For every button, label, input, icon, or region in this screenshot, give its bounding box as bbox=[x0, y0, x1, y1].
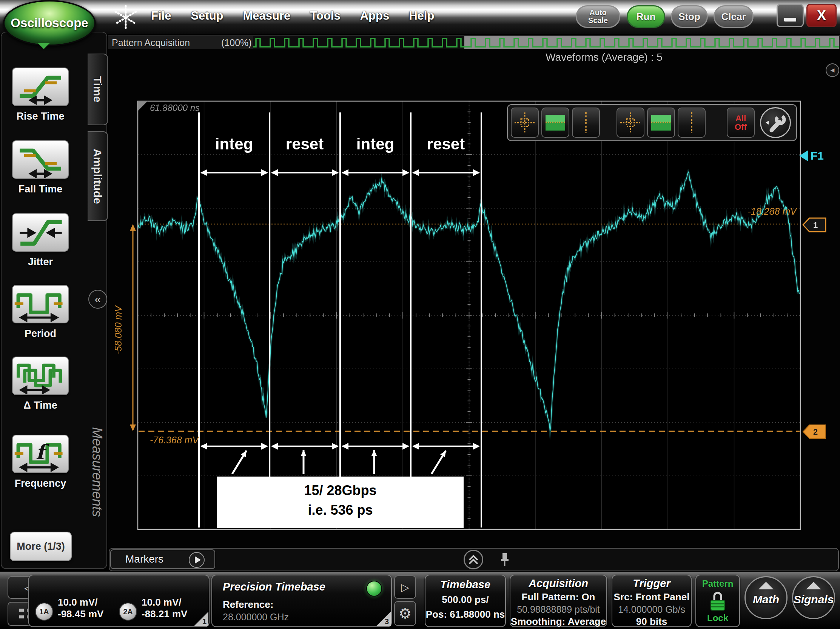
timebase-reference-readout: 61.88000 ns bbox=[150, 102, 200, 113]
logo-dropdown-caret-icon[interactable] bbox=[38, 43, 50, 49]
minimize-icon bbox=[784, 18, 796, 22]
status-led-icon bbox=[366, 581, 382, 597]
minimize-button[interactable] bbox=[777, 4, 804, 27]
auto-scale-button[interactable]: Auto Scale bbox=[576, 5, 620, 28]
callout-line-2: i.e. 536 ps bbox=[217, 502, 464, 518]
sidebar-item-fall-time[interactable]: Fall Time bbox=[11, 140, 69, 195]
vertical-line-icon bbox=[574, 110, 598, 135]
delta-time-icon bbox=[12, 356, 69, 395]
all-off-label-1: All bbox=[735, 114, 747, 123]
run-button[interactable]: Run bbox=[627, 5, 665, 28]
menu-bar: File Setup Measure Tools Apps Help bbox=[151, 9, 434, 23]
timebase-expand-button[interactable]: ▷ bbox=[394, 575, 416, 599]
pattern-lock-button[interactable]: Pattern Lock bbox=[695, 575, 740, 627]
channel-2a-scale: 10.0 mV/ bbox=[142, 597, 187, 608]
triangle-up-icon bbox=[758, 582, 774, 590]
segment-label-integ-2: integ bbox=[351, 135, 400, 153]
marker-band-button-2[interactable] bbox=[647, 107, 675, 138]
sidebar-item-period[interactable]: Period bbox=[11, 285, 69, 340]
lock-label: Lock bbox=[707, 613, 728, 623]
trigger-title: Trigger bbox=[613, 577, 691, 590]
crosshair-icon bbox=[619, 110, 642, 135]
marker-vline-button-1[interactable] bbox=[572, 107, 600, 138]
channels-panel-badge: 1 bbox=[202, 617, 207, 626]
more-label: More (1/3) bbox=[17, 541, 65, 552]
menu-tools[interactable]: Tools bbox=[310, 9, 340, 23]
marker-1-number: 1 bbox=[813, 220, 818, 230]
lock-icon bbox=[709, 591, 726, 612]
marker-vline-button-2[interactable] bbox=[678, 107, 706, 138]
clear-button[interactable]: Clear bbox=[714, 5, 753, 28]
run-label: Run bbox=[636, 11, 656, 23]
stop-button[interactable]: Stop bbox=[671, 5, 708, 28]
math-button[interactable]: Math bbox=[744, 576, 788, 619]
menu-measure[interactable]: Measure bbox=[243, 9, 291, 23]
marker-2-handle[interactable]: 2 bbox=[802, 423, 827, 440]
timebase-scale: 500.00 ps/ bbox=[425, 594, 505, 605]
measurements-section-label: Measurements bbox=[89, 427, 105, 555]
tab-time[interactable]: Time bbox=[88, 54, 108, 125]
oscilloscope-logo[interactable]: Oscilloscope bbox=[3, 0, 96, 46]
signals-button[interactable]: Signals bbox=[792, 576, 835, 619]
left-arrow-icon: ◄ bbox=[829, 66, 836, 74]
tab-time-label: Time bbox=[91, 76, 104, 102]
auto-scale-label-1: Auto bbox=[589, 9, 607, 17]
channels-panel[interactable]: 1A 10.0 mV/ -98.45 mV 2A 10.0 mV/ -88.21… bbox=[28, 575, 210, 627]
channel-1a-button[interactable]: 1A bbox=[35, 602, 53, 621]
f1-trace-handle[interactable]: F1 bbox=[799, 150, 824, 162]
precision-timebase-title: Precision Timebase bbox=[223, 581, 325, 593]
trigger-panel[interactable]: Trigger Src: Front Panel 14.000000 Gb/s … bbox=[612, 575, 692, 627]
menu-apps[interactable]: Apps bbox=[360, 9, 390, 23]
scroll-panel-button[interactable]: ◄ bbox=[826, 63, 839, 77]
trigger-bits: 90 bits bbox=[613, 616, 691, 627]
menu-file[interactable]: File bbox=[151, 9, 171, 23]
pattern-acquisition-label: Pattern Acquisition bbox=[112, 37, 190, 48]
pin-icon[interactable] bbox=[500, 552, 510, 568]
stop-label: Stop bbox=[679, 11, 700, 23]
rise-time-icon bbox=[12, 68, 69, 106]
marker-1-level-readout: -18.288 mV bbox=[715, 206, 797, 217]
all-off-button[interactable]: All Off bbox=[727, 107, 755, 138]
close-button[interactable]: X bbox=[807, 4, 837, 27]
sidebar-item-frequency[interactable]: f Frequency bbox=[11, 435, 69, 489]
markers-expand-button[interactable] bbox=[189, 552, 205, 568]
menu-help[interactable]: Help bbox=[409, 9, 434, 23]
logo-label: Oscilloscope bbox=[11, 16, 88, 30]
marker-crosshair-button-2[interactable] bbox=[616, 107, 644, 138]
segment-label-reset-1: reset bbox=[280, 135, 329, 153]
more-measurements-button[interactable]: More (1/3) bbox=[10, 532, 72, 561]
reference-value: 28.000000 GHz bbox=[223, 612, 289, 623]
marker-band-button-1[interactable] bbox=[542, 107, 569, 138]
channel-2a-button[interactable]: 2A bbox=[119, 602, 137, 621]
sidebar-item-delta-time[interactable]: Δ Time bbox=[11, 356, 69, 411]
acquisition-title: Acquisition bbox=[510, 577, 606, 590]
pattern-acquisition-percent: (100%) bbox=[221, 37, 252, 48]
tab-amplitude[interactable]: Amplitude bbox=[88, 131, 108, 221]
timebase-panel[interactable]: Timebase 500.00 ps/ Pos: 61.88000 ns bbox=[425, 575, 506, 627]
channel-1a-scale: 10.0 mV/ bbox=[58, 597, 103, 608]
gear-icon: ⚙ bbox=[399, 605, 412, 622]
markers-label: Markers bbox=[125, 553, 163, 565]
acquisition-panel[interactable]: Acquisition Full Pattern: On 50.98888889… bbox=[510, 575, 607, 627]
menu-setup[interactable]: Setup bbox=[191, 9, 223, 23]
marker-1-handle[interactable]: 1 bbox=[802, 217, 827, 233]
waveform-display-area: Waveforms (Average) : 5 61.88000 ns inte… bbox=[107, 49, 840, 548]
sidebar-item-rise-time[interactable]: Rise Time bbox=[11, 68, 69, 122]
jitter-icon bbox=[12, 213, 69, 252]
marker-settings-button[interactable] bbox=[760, 107, 791, 138]
trigger-rate: 14.000000 Gb/s bbox=[613, 604, 691, 615]
marker-crosshair-button-1[interactable] bbox=[511, 107, 539, 138]
precision-timebase-panel[interactable]: Precision Timebase Reference: 28.000000 … bbox=[212, 575, 392, 627]
collapse-sidebar-button[interactable]: « bbox=[88, 290, 107, 309]
horizontal-band-icon bbox=[544, 110, 567, 135]
marker-delta-readout: -58.080 mV bbox=[113, 290, 124, 370]
fall-time-icon bbox=[12, 140, 69, 179]
markers-tab[interactable]: Markers bbox=[110, 549, 215, 569]
settings-gear-button[interactable]: ⚙ bbox=[394, 601, 416, 626]
horizontal-band-icon bbox=[649, 110, 673, 135]
marker-2-number: 2 bbox=[813, 427, 818, 437]
sidebar-item-jitter[interactable]: Jitter bbox=[11, 213, 69, 268]
expand-panel-button[interactable] bbox=[464, 550, 483, 569]
period-icon bbox=[12, 285, 69, 323]
chevrons-up-icon bbox=[465, 551, 482, 568]
